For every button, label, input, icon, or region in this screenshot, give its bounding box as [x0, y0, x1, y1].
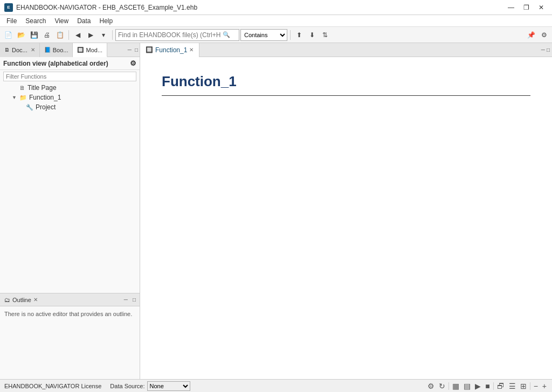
minimize-button[interactable]: —: [505, 3, 518, 12]
editor-tabs: 🔲 Function_1 ✕ ─ □: [140, 43, 552, 57]
outline-panel: 🗂 Outline ✕ ─ □ There is no active edito…: [0, 293, 140, 379]
outline-icon: 🗂: [4, 297, 10, 303]
title-bar: E EHANDBOOK-NAVIGATOR - EHB_ASCET6_Examp…: [0, 0, 552, 15]
left-panel-maximize-btn[interactable]: □: [133, 46, 140, 53]
toolbar-back-btn[interactable]: ◀: [72, 29, 84, 41]
toolbar: 📄 📂 💾 🖨 📋 ◀ ▶ ▾ 🔍 Contains Starts With E…: [0, 27, 552, 43]
editor-minimize-btn[interactable]: ─: [541, 47, 545, 53]
tree-item-project[interactable]: 🔧 Project: [0, 102, 140, 112]
status-grid2-icon[interactable]: ▤: [463, 382, 472, 390]
close-button[interactable]: ✕: [535, 3, 548, 12]
status-list-icon[interactable]: ☰: [508, 382, 517, 390]
status-stop-icon[interactable]: ■: [484, 382, 491, 390]
status-view-icon[interactable]: 🗗: [496, 382, 506, 390]
search-box: 🔍: [115, 29, 239, 41]
tab-doc[interactable]: 🗎 Doc... ✕: [0, 43, 40, 57]
outline-maximize-btn[interactable]: □: [131, 296, 137, 303]
menu-file[interactable]: File: [2, 16, 21, 26]
app-title: EHANDBOOK-NAVIGATOR - EHB_ASCET6_Example…: [16, 4, 197, 11]
editor-tab-label: Function_1: [155, 46, 187, 54]
toolbar-new-btn[interactable]: 📄: [2, 29, 14, 41]
toolbar-dropdown-btn[interactable]: ▾: [98, 29, 109, 41]
tree-item-title-page[interactable]: 🗎 Title Page: [0, 83, 140, 93]
tree-item-function1[interactable]: ▼ 📁 Function_1: [0, 93, 140, 102]
toolbar-save-btn[interactable]: 💾: [28, 29, 40, 41]
tab-boo[interactable]: 📘 Boo...: [40, 43, 73, 57]
doc-divider: [162, 95, 530, 96]
title-bar-left: E EHANDBOOK-NAVIGATOR - EHB_ASCET6_Examp…: [4, 3, 197, 12]
status-separator-3: [530, 382, 530, 390]
tab-mod-icon: 🔲: [77, 47, 84, 53]
toolbar-down-btn[interactable]: ⬇: [306, 29, 318, 41]
tab-mod[interactable]: 🔲 Mod...: [73, 43, 107, 57]
data-source-select[interactable]: None: [147, 381, 190, 391]
menu-data[interactable]: Data: [73, 16, 95, 26]
editor-tab-close[interactable]: ✕: [189, 47, 194, 53]
menu-bar: File Search View Data Help: [0, 15, 552, 27]
outline-minimize-btn[interactable]: ─: [122, 296, 129, 303]
function1-label: Function_1: [29, 94, 61, 101]
doc-title: Function_1: [162, 73, 530, 90]
editor-panel: 🔲 Function_1 ✕ ─ □ Function_1: [140, 43, 552, 379]
status-minus-btn[interactable]: −: [533, 382, 539, 390]
data-source-label: Data Source:: [110, 383, 144, 389]
title-page-file-icon: 🗎: [19, 85, 25, 91]
toolbar-pin-btn[interactable]: 📌: [525, 29, 537, 41]
left-panel-minimize-btn[interactable]: ─: [126, 46, 133, 53]
outline-content: There is no active editor that provides …: [0, 306, 140, 321]
status-plus-btn[interactable]: +: [541, 382, 548, 390]
toolbar-up-btn[interactable]: ⬆: [293, 29, 305, 41]
toolbar-pdf-btn[interactable]: 📋: [54, 29, 66, 41]
status-play-icon[interactable]: ▶: [474, 382, 482, 390]
status-grid3-icon[interactable]: ⊞: [519, 382, 528, 390]
tab-doc-icon: 🗎: [4, 47, 10, 53]
toolbar-print-btn[interactable]: 🖨: [41, 29, 53, 41]
status-grid1-icon[interactable]: ▦: [451, 382, 460, 390]
menu-search[interactable]: Search: [21, 16, 50, 26]
main-content: 🗎 Doc... ✕ 📘 Boo... 🔲 Mod... ─ □ Functio…: [0, 43, 552, 379]
function-view-settings-icon[interactable]: ⚙: [130, 59, 136, 67]
left-tabs: 🗎 Doc... ✕ 📘 Boo... 🔲 Mod... ─ □: [0, 43, 140, 57]
status-separator-1: [448, 382, 449, 390]
menu-view[interactable]: View: [50, 16, 73, 26]
toolbar-separator-3: [290, 30, 291, 40]
status-settings-icon[interactable]: ⚙: [426, 382, 436, 390]
outline-message: There is no active editor that provides …: [4, 311, 132, 317]
toolbar-forward-btn[interactable]: ▶: [85, 29, 96, 41]
toolbar-separator-2: [112, 30, 113, 40]
outline-tab[interactable]: 🗂 Outline ✕: [0, 293, 42, 306]
outline-tabs: 🗂 Outline ✕ ─ □: [0, 293, 140, 306]
tab-boo-label: Boo...: [53, 47, 68, 53]
toolbar-sync-btn[interactable]: ⇅: [319, 29, 331, 41]
outline-close-btn[interactable]: ✕: [33, 297, 38, 303]
search-input[interactable]: [118, 31, 220, 39]
menu-help[interactable]: Help: [95, 16, 118, 26]
editor-tab-function1[interactable]: 🔲 Function_1 ✕: [140, 43, 199, 57]
toolbar-settings-btn[interactable]: ⚙: [538, 29, 550, 41]
toolbar-open-btn[interactable]: 📂: [15, 29, 27, 41]
filter-bar: [0, 70, 140, 83]
function-view: Function view (alphabetical order) ⚙ 🗎 T…: [0, 57, 140, 293]
outline-tab-label: Outline: [12, 297, 31, 303]
status-separator-2: [493, 382, 494, 390]
editor-tab-icon: 🔲: [146, 46, 153, 53]
tab-mod-label: Mod...: [86, 47, 102, 53]
toolbar-separator-1: [68, 30, 69, 40]
status-bar: EHANDBOOK_NAVIGATOR License Data Source:…: [0, 379, 552, 392]
maximize-button[interactable]: ❐: [520, 3, 533, 12]
function-view-title: Function view (alphabetical order): [3, 60, 108, 67]
function-view-header: Function view (alphabetical order) ⚙: [0, 57, 140, 70]
status-sync-icon[interactable]: ↻: [438, 382, 446, 390]
editor-controls: ─ □: [541, 47, 552, 53]
function1-folder-icon: 📁: [19, 94, 27, 101]
outline-controls: ─ □: [122, 296, 140, 303]
editor-maximize-btn[interactable]: □: [547, 47, 550, 53]
app-icon: E: [4, 3, 13, 12]
filter-input[interactable]: [3, 72, 136, 81]
tab-doc-close[interactable]: ✕: [31, 47, 35, 53]
tab-boo-icon: 📘: [44, 47, 51, 53]
title-page-label: Title Page: [27, 84, 57, 92]
function1-expand[interactable]: ▼: [12, 95, 17, 100]
contains-select[interactable]: Contains Starts With Exact Match: [240, 29, 287, 41]
window-controls: — ❐ ✕: [505, 3, 548, 12]
